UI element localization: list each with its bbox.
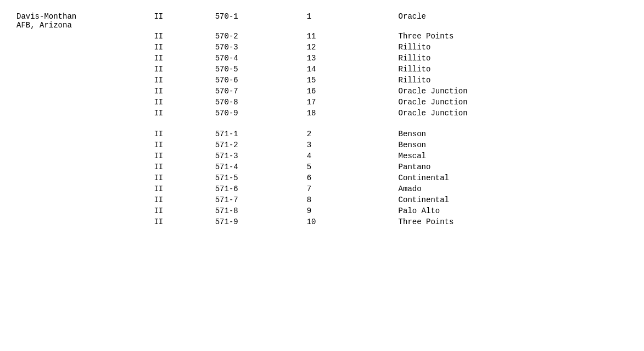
number-cell: 15	[307, 75, 399, 86]
table-row: II570-413Rillito	[16, 53, 628, 64]
number-cell: 7	[307, 183, 399, 194]
class-cell: II	[154, 86, 215, 97]
location-cell	[16, 183, 154, 194]
class-cell: II	[154, 31, 215, 42]
name-cell: Rillito	[399, 53, 628, 64]
code-cell: 571-9	[215, 216, 307, 227]
class-cell: II	[154, 11, 215, 31]
code-cell: 570-2	[215, 31, 307, 42]
class-cell: II	[154, 53, 215, 64]
code-cell: 571-4	[215, 161, 307, 172]
location-cell	[16, 97, 154, 108]
number-cell: 13	[307, 53, 399, 64]
class-cell: II	[154, 205, 215, 216]
name-cell: Rillito	[399, 64, 628, 75]
class-cell: II	[154, 108, 215, 119]
number-cell: 3	[307, 140, 399, 151]
number-cell: 12	[307, 42, 399, 53]
table-row: II571-78Continental	[16, 194, 628, 205]
spacer-row	[16, 119, 628, 129]
number-cell: 18	[307, 108, 399, 119]
number-cell: 5	[307, 161, 399, 172]
code-cell: 571-5	[215, 172, 307, 183]
name-cell: Palo Alto	[399, 205, 628, 216]
code-cell: 570-1	[215, 11, 307, 31]
table-row: II571-45Pantano	[16, 161, 628, 172]
number-cell: 9	[307, 205, 399, 216]
class-cell: II	[154, 64, 215, 75]
location-cell	[16, 205, 154, 216]
name-cell: Three Points	[399, 31, 628, 42]
table-row: II570-514Rillito	[16, 64, 628, 75]
code-cell: 571-1	[215, 129, 307, 140]
class-cell: II	[154, 172, 215, 183]
location-cell	[16, 42, 154, 53]
table-row: II571-12Benson	[16, 129, 628, 140]
class-cell: II	[154, 183, 215, 194]
location-cell	[16, 194, 154, 205]
code-cell: 570-9	[215, 108, 307, 119]
code-cell: 571-6	[215, 183, 307, 194]
number-cell: 10	[307, 216, 399, 227]
number-cell: 2	[307, 129, 399, 140]
name-cell: Continental	[399, 172, 628, 183]
code-cell: 570-7	[215, 86, 307, 97]
location-cell	[16, 216, 154, 227]
code-cell: 570-5	[215, 64, 307, 75]
table-row: II570-312Rillito	[16, 42, 628, 53]
class-cell: II	[154, 97, 215, 108]
table-row: II571-56Continental	[16, 172, 628, 183]
number-cell: 11	[307, 31, 399, 42]
code-cell: 570-4	[215, 53, 307, 64]
name-cell: Oracle Junction	[399, 86, 628, 97]
table-row: II571-34Mescal	[16, 151, 628, 161]
name-cell: Rillito	[399, 42, 628, 53]
table-row: II571-89Palo Alto	[16, 205, 628, 216]
code-cell: 570-3	[215, 42, 307, 53]
location-cell: Davis-MonthanAFB, Arizona	[16, 11, 154, 31]
class-cell: II	[154, 151, 215, 161]
name-cell: Three Points	[399, 216, 628, 227]
table-row: II570-817Oracle Junction	[16, 97, 628, 108]
class-cell: II	[154, 216, 215, 227]
table-row: II571-23Benson	[16, 140, 628, 151]
class-cell: II	[154, 129, 215, 140]
location-cell	[16, 140, 154, 151]
table-row: Davis-MonthanAFB, ArizonaII570-11Oracle	[16, 11, 628, 31]
location-cell	[16, 129, 154, 140]
code-cell: 570-6	[215, 75, 307, 86]
class-cell: II	[154, 75, 215, 86]
number-cell: 17	[307, 97, 399, 108]
table-row: II571-67Amado	[16, 183, 628, 194]
number-cell: 8	[307, 194, 399, 205]
code-cell: 571-7	[215, 194, 307, 205]
number-cell: 1	[307, 11, 399, 31]
name-cell: Rillito	[399, 75, 628, 86]
code-cell: 570-8	[215, 97, 307, 108]
code-cell: 571-2	[215, 140, 307, 151]
number-cell: 16	[307, 86, 399, 97]
location-cell	[16, 86, 154, 97]
number-cell: 14	[307, 64, 399, 75]
location-cell	[16, 151, 154, 161]
class-cell: II	[154, 161, 215, 172]
location-cell	[16, 161, 154, 172]
name-cell: Oracle Junction	[399, 108, 628, 119]
name-cell: Oracle	[399, 11, 628, 31]
name-cell: Benson	[399, 129, 628, 140]
table-row: II570-615Rillito	[16, 75, 628, 86]
table-row: II570-716Oracle Junction	[16, 86, 628, 97]
name-cell: Mescal	[399, 151, 628, 161]
table-row: II570-918Oracle Junction	[16, 108, 628, 119]
class-cell: II	[154, 42, 215, 53]
number-cell: 4	[307, 151, 399, 161]
location-cell	[16, 108, 154, 119]
location-cell	[16, 64, 154, 75]
code-cell: 571-8	[215, 205, 307, 216]
name-cell: Continental	[399, 194, 628, 205]
name-cell: Oracle Junction	[399, 97, 628, 108]
location-cell	[16, 53, 154, 64]
class-cell: II	[154, 194, 215, 205]
table-row: II571-910Three Points	[16, 216, 628, 227]
location-cell	[16, 172, 154, 183]
